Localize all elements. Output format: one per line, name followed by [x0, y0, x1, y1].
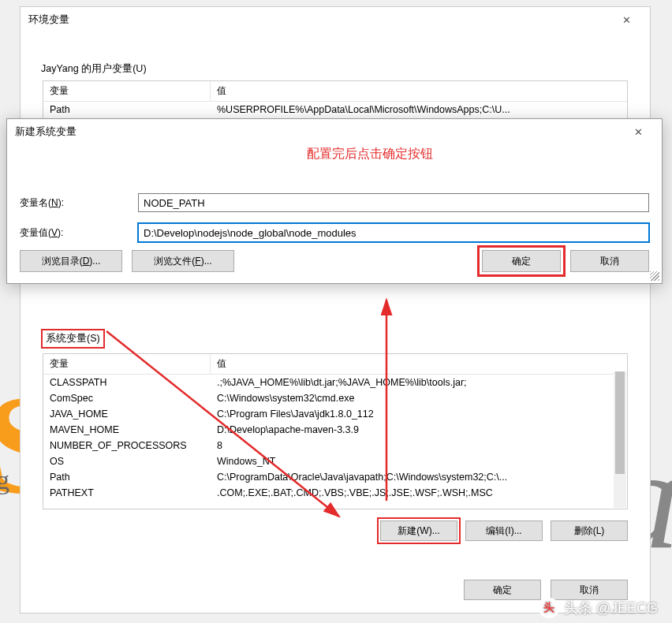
watermark-icon: 头 — [539, 598, 559, 618]
table-row[interactable]: ComSpecC:\Windows\system32\cmd.exe — [43, 390, 627, 406]
resize-grip-icon[interactable] — [650, 271, 659, 281]
variable-name-input[interactable] — [138, 193, 649, 212]
table-row[interactable]: PathC:\ProgramData\Oracle\Java\javapath;… — [43, 469, 627, 485]
watermark: 头 头条 @JEECG — [539, 598, 658, 618]
ok-button[interactable]: 确定 — [464, 580, 541, 600]
scrollbar[interactable] — [614, 371, 626, 508]
variable-name-label: 变量名(N): — [20, 196, 138, 210]
system-vars-table[interactable]: 变量 值 CLASSPATH.;%JAVA_HOME%\lib\dt.jar;%… — [43, 353, 628, 509]
edit-button[interactable]: 编辑(I)... — [465, 520, 543, 541]
table-row[interactable]: CLASSPATH.;%JAVA_HOME%\lib\dt.jar;%JAVA_… — [43, 375, 627, 390]
variable-value-label: 变量值(V): — [20, 226, 138, 240]
title-bar: 环境变量 ✕ — [21, 7, 650, 32]
scrollbar-thumb[interactable] — [615, 371, 625, 474]
table-row[interactable]: PATHEXT.COM;.EXE;.BAT;.CMD;.VBS;.VBE;.JS… — [43, 485, 627, 501]
browse-file-button[interactable]: 浏览文件(F)... — [132, 250, 234, 272]
col-header-value[interactable]: 值 — [211, 354, 627, 374]
user-vars-label: JayYang 的用户变量(U) — [41, 62, 650, 76]
user-vars-table[interactable]: 变量 值 Path %USERPROFILE%\AppData\Local\Mi… — [43, 80, 628, 124]
ok-button[interactable]: 确定 — [482, 250, 561, 272]
col-header-value[interactable]: 值 — [211, 81, 627, 101]
new-system-variable-dialog: 新建系统变量 ✕ 配置完后点击确定按钮 变量名(N): 变量值(V): 浏览目录… — [6, 118, 663, 284]
table-row[interactable]: JAVA_HOMEC:\Program Files\Java\jdk1.8.0_… — [43, 406, 627, 422]
variable-value-input[interactable] — [138, 223, 649, 242]
table-row[interactable]: Path %USERPROFILE%\AppData\Local\Microso… — [43, 102, 627, 118]
annotation-text: 配置完后点击确定按钮 — [307, 146, 433, 162]
env-vars-dialog: 环境变量 ✕ JayYang 的用户变量(U) 变量 值 Path %USERP… — [20, 6, 651, 614]
close-icon[interactable]: ✕ — [610, 9, 642, 31]
col-header-variable[interactable]: 变量 — [43, 81, 211, 101]
dialog-title: 环境变量 — [28, 13, 69, 27]
table-row[interactable]: MAVEN_HOMED:\Develop\apache-maven-3.3.9 — [43, 422, 627, 438]
dialog-title: 新建系统变量 — [15, 125, 77, 139]
new-button[interactable]: 新建(W)... — [380, 520, 457, 541]
col-header-variable[interactable]: 变量 — [43, 354, 211, 374]
table-row[interactable]: NUMBER_OF_PROCESSORS8 — [43, 438, 627, 453]
cancel-button[interactable]: 取消 — [570, 250, 649, 272]
delete-button[interactable]: 删除(L) — [551, 520, 628, 541]
system-vars-label: 系统变量(S) — [41, 329, 105, 349]
close-icon[interactable]: ✕ — [622, 121, 654, 143]
table-row[interactable]: OSWindows_NT — [43, 453, 627, 469]
title-bar: 新建系统变量 ✕ — [7, 119, 662, 144]
browse-directory-button[interactable]: 浏览目录(D)... — [20, 250, 122, 272]
